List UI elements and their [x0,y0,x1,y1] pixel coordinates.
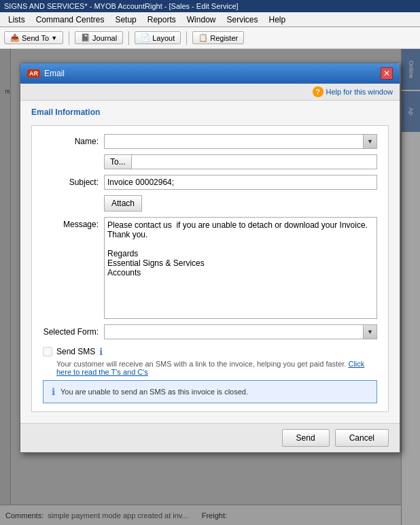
attach-button[interactable]: Attach [104,195,142,211]
register-label: Register [210,34,238,42]
dialog-titlebar: AR Email ✕ [20,63,400,84]
dialog-body: Email Information Name: ▼ To... [20,101,400,423]
selected-form-wrapper: ▼ [104,324,377,339]
send-to-label: Send To [22,34,49,42]
email-dialog: AR Email ✕ ? Help for this window Email … [20,63,400,453]
register-button[interactable]: 📋 Register [192,31,244,44]
dialog-titlebar-left: AR Email [27,69,65,78]
send-to-button[interactable]: 📤 Send To ▼ [4,31,63,44]
ar-badge: AR [27,69,40,78]
menu-reports[interactable]: Reports [142,14,181,26]
sms-info-icon[interactable]: ℹ [99,346,103,357]
send-to-arrow: ▼ [51,35,57,41]
menu-help[interactable]: Help [264,14,292,26]
send-sms-label: Send SMS [56,347,95,356]
subject-input[interactable] [104,175,377,190]
name-input[interactable] [105,135,363,148]
selected-form-dropdown-arrow[interactable]: ▼ [363,325,377,339]
journal-button[interactable]: 📓 Journal [75,31,123,44]
sms-section: Send SMS ℹ Your customer will receive an… [43,346,377,403]
title-bar: SIGNS AND SERVICES* - MYOB AccountRight … [0,0,420,12]
toolbar-separator-2 [128,31,129,45]
email-info-title: Email Information [31,107,389,117]
subject-row: Subject: [43,175,377,190]
name-dropdown-arrow[interactable]: ▼ [363,135,377,148]
content-area: E Online Ap Comments: simple payment mod… [0,49,420,525]
layout-button[interactable]: 📄 Layout [135,31,181,44]
to-input[interactable] [132,154,377,169]
layout-icon: 📄 [141,33,150,42]
sms-alert-text: You are unable to send an SMS as this in… [60,388,248,396]
name-label: Name: [43,137,104,146]
sms-alert: ℹ You are unable to send an SMS as this … [43,380,377,403]
selected-form-input[interactable] [105,325,363,339]
dialog-footer: Send Cancel [20,423,400,452]
toolbar-separator-3 [186,31,187,45]
help-link[interactable]: ? Help for this window [313,86,393,97]
menu-bar: Lists Command Centres Setup Reports Wind… [0,12,420,27]
menu-window[interactable]: Window [181,14,222,26]
help-icon: ? [313,86,323,97]
journal-label: Journal [92,34,117,42]
message-row: Message: [43,217,377,319]
layout-label: Layout [152,34,175,42]
help-text: Help for this window [326,88,393,96]
register-icon: 📋 [198,33,208,42]
menu-lists[interactable]: Lists [3,14,31,26]
cancel-button[interactable]: Cancel [335,429,389,447]
journal-icon: 📓 [81,33,90,42]
to-button[interactable]: To... [104,154,132,169]
dialog-close-button[interactable]: ✕ [381,67,393,80]
dialog-help-bar: ? Help for this window [20,84,400,101]
subject-label: Subject: [43,177,104,187]
toolbar-separator-1 [69,31,69,45]
name-row: Name: ▼ [43,134,377,149]
dialog-overlay: AR Email ✕ ? Help for this window Email … [0,49,420,525]
message-label: Message: [43,217,104,229]
dialog-title-text: Email [44,69,65,78]
attach-row: Attach [43,195,377,211]
menu-services[interactable]: Services [221,14,263,26]
menu-command-centres[interactable]: Command Centres [31,14,110,26]
name-field-wrapper: ▼ [104,134,377,149]
send-sms-checkbox[interactable] [43,347,52,356]
sms-description: Your customer will receive an SMS with a… [56,360,377,376]
title-text: SIGNS AND SERVICES* - MYOB AccountRight … [4,2,239,10]
send-button[interactable]: Send [282,429,330,447]
selected-form-row: Selected Form: ▼ [43,324,377,339]
menu-setup[interactable]: Setup [109,14,141,26]
toolbar: 📤 Send To ▼ 📓 Journal 📄 Layout 📋 Registe… [0,27,420,49]
selected-form-label: Selected Form: [43,327,104,337]
sms-row: Send SMS ℹ [43,346,377,357]
message-textarea[interactable] [104,217,377,319]
send-to-icon: 📤 [10,33,20,42]
sms-alert-icon: ℹ [52,386,55,397]
to-row: To... [43,154,377,169]
email-form: Name: ▼ To... Subject: [31,125,389,412]
